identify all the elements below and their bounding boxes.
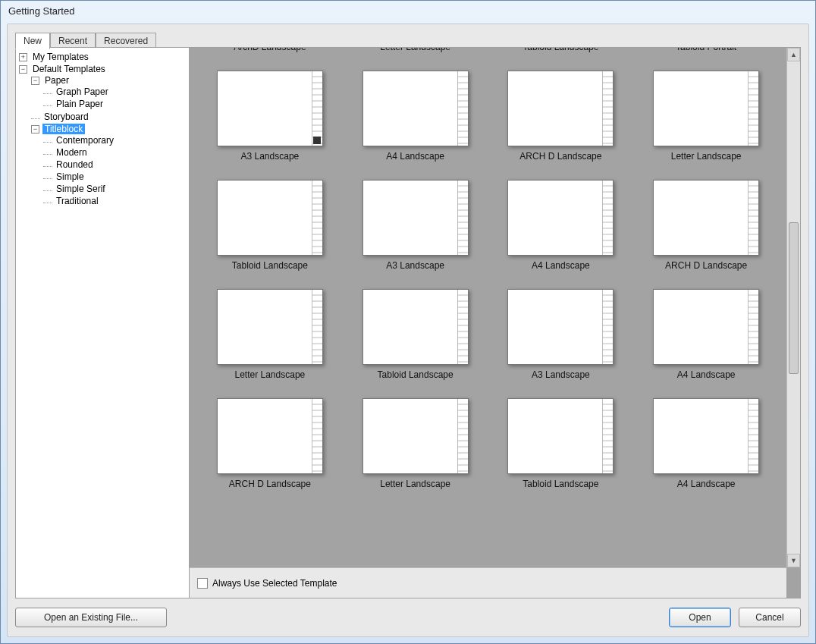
template-caption: ArchD Landscape <box>234 48 306 52</box>
collapse-icon[interactable]: − <box>19 65 27 74</box>
template-thumbnail <box>217 180 323 256</box>
template-item[interactable]: Tabloid Landscape <box>205 180 335 271</box>
template-thumbnail <box>362 180 469 256</box>
template-item[interactable]: ARCH D Landscape <box>205 398 335 489</box>
template-item[interactable]: A4 Landscape <box>496 180 626 271</box>
template-thumbnail <box>507 289 614 365</box>
template-caption: Tabloid Portrait <box>676 48 736 52</box>
template-tree: + My Templates − Default Templates <box>15 47 190 598</box>
template-caption: Tabloid Landscape <box>523 479 598 489</box>
tree-storyboard[interactable]: Storyboard <box>31 112 187 122</box>
tree-label: My Templates <box>30 52 91 62</box>
template-caption: Letter Landscape <box>380 479 450 489</box>
tree-simple[interactable]: Simple <box>43 171 187 182</box>
tree-traditional[interactable]: Traditional <box>43 196 187 206</box>
tab-new[interactable]: New <box>15 33 50 49</box>
template-caption: Letter Landscape <box>235 369 306 380</box>
template-caption: Tabloid Landscape <box>523 48 598 52</box>
template-caption: ARCH D Landscape <box>229 479 311 489</box>
tree-label: Graph Paper <box>54 86 111 97</box>
open-existing-button[interactable]: Open an Existing File... <box>15 608 167 627</box>
getting-started-window: Getting Started New Recent Recovered + M… <box>0 0 816 644</box>
tree-label: Contemporary <box>54 135 116 146</box>
template-item[interactable]: A3 Landscape <box>350 180 481 271</box>
collapse-icon[interactable]: − <box>31 125 39 134</box>
template-item[interactable]: A3 Landscape <box>205 71 335 162</box>
tree-paper[interactable]: − Paper <box>31 75 187 86</box>
template-item[interactable]: Tabloid Portrait <box>641 48 771 52</box>
template-thumbnail <box>507 180 614 256</box>
tree-simple-serif[interactable]: Simple Serif <box>43 184 187 194</box>
window-title: Getting Started <box>1 1 815 22</box>
template-caption: ARCH D Landscape <box>519 151 601 162</box>
tree-label: Modern <box>54 147 89 158</box>
tree-modern[interactable]: Modern <box>43 147 187 158</box>
template-caption: Letter Landscape <box>380 48 450 52</box>
template-thumbnail <box>217 398 323 474</box>
template-thumbnail <box>362 289 469 365</box>
template-item[interactable]: Tabloid Landscape <box>496 48 626 52</box>
vertical-scrollbar[interactable]: ▲ ▼ <box>786 48 800 567</box>
tabstrip: New Recent Recovered <box>15 32 156 49</box>
button-row: Open an Existing File... Open Cancel <box>15 606 801 629</box>
template-thumbnail <box>653 289 759 365</box>
tree-rounded[interactable]: Rounded <box>43 159 187 170</box>
tree-plain-paper[interactable]: Plain Paper <box>43 99 187 109</box>
template-thumbnail <box>507 71 614 146</box>
template-caption: ARCH D Landscape <box>665 260 747 271</box>
template-caption: A4 Landscape <box>677 369 736 380</box>
tree-my-templates[interactable]: + My Templates <box>19 52 187 62</box>
scroll-thumb[interactable] <box>789 222 799 374</box>
always-use-label: Always Use Selected Template <box>212 578 337 589</box>
tree-titleblock[interactable]: − Titleblock <box>31 124 187 134</box>
gallery-scroll[interactable]: ArchD LandscapeLetter LandscapeTabloid L… <box>190 48 786 567</box>
template-caption: A4 Landscape <box>677 479 736 489</box>
scroll-down-icon[interactable]: ▼ <box>787 554 800 567</box>
template-item[interactable]: ArchD Landscape <box>205 48 335 52</box>
template-gallery: ArchD LandscapeLetter LandscapeTabloid L… <box>190 47 801 598</box>
tree-label: Plain Paper <box>54 99 105 109</box>
gallery-footer: Always Use Selected Template <box>190 567 786 598</box>
template-item[interactable]: Letter Landscape <box>205 289 335 380</box>
tree-label: Rounded <box>54 159 96 170</box>
tree-label: Storyboard <box>42 112 91 122</box>
template-caption: Letter Landscape <box>671 151 742 162</box>
template-thumbnail <box>217 289 323 365</box>
tree-label: Traditional <box>54 196 101 206</box>
template-item[interactable]: A4 Landscape <box>350 71 481 162</box>
tree-contemporary[interactable]: Contemporary <box>43 135 187 146</box>
template-item[interactable]: Letter Landscape <box>350 398 481 489</box>
always-use-checkbox[interactable] <box>197 578 208 589</box>
template-caption: A4 Landscape <box>386 151 444 162</box>
template-item[interactable]: ARCH D Landscape <box>496 71 626 162</box>
template-thumbnail <box>362 398 469 474</box>
cancel-button[interactable]: Cancel <box>739 608 801 627</box>
template-item[interactable]: A4 Landscape <box>641 289 771 380</box>
open-button[interactable]: Open <box>669 608 731 627</box>
tree-label-selected: Titleblock <box>42 124 85 134</box>
template-thumbnail <box>217 71 323 146</box>
template-item[interactable]: Tabloid Landscape <box>350 289 481 380</box>
tree-label: Simple Serif <box>54 184 108 194</box>
template-item[interactable]: ARCH D Landscape <box>641 180 771 271</box>
tree-default-templates[interactable]: − Default Templates <box>19 64 187 74</box>
template-item[interactable]: Letter Landscape <box>350 48 481 52</box>
template-item[interactable]: Letter Landscape <box>641 71 771 162</box>
scroll-up-icon[interactable]: ▲ <box>787 48 800 61</box>
collapse-icon[interactable]: − <box>31 77 39 85</box>
template-caption: Tabloid Landscape <box>232 260 308 271</box>
template-caption: Tabloid Landscape <box>378 369 454 380</box>
dialog-body: New Recent Recovered + My Templates <box>7 24 809 637</box>
template-thumbnail <box>653 180 759 256</box>
template-item[interactable]: Tabloid Landscape <box>496 398 626 489</box>
tree-label: Default Templates <box>30 64 108 74</box>
template-thumbnail <box>362 71 469 146</box>
expand-icon[interactable]: + <box>19 53 27 61</box>
template-item[interactable]: A4 Landscape <box>641 398 771 489</box>
tree-graph-paper[interactable]: Graph Paper <box>43 86 187 97</box>
tab-panel-new: + My Templates − Default Templates <box>15 47 801 598</box>
template-caption: A3 Landscape <box>532 369 590 380</box>
tree-label: Paper <box>42 75 71 86</box>
template-caption: A3 Landscape <box>241 151 300 162</box>
template-item[interactable]: A3 Landscape <box>496 289 626 380</box>
